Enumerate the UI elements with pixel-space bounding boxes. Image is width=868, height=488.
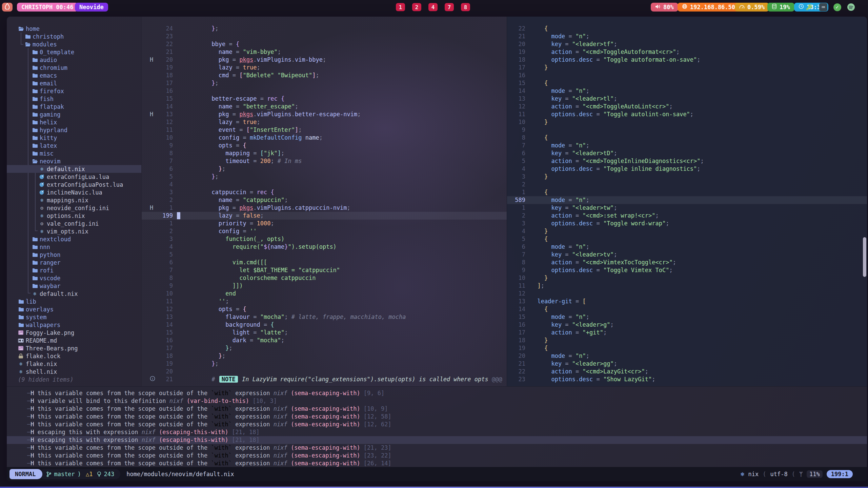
code-line[interactable]: 2 name = "catppuccin"; <box>142 196 507 204</box>
code-line[interactable]: 13 key = "<leader>tl"; <box>507 95 867 103</box>
tree-row[interactable]: python <box>7 251 141 259</box>
tree-row[interactable]: emacs <box>7 72 141 79</box>
code-line[interactable]: 8 action = "<cmd>VimtexTocToggle<cr>"; <box>507 259 867 266</box>
code-line[interactable]: 589 mode = "n"; <box>507 196 867 204</box>
code-line[interactable]: 11 event = ["InsertEnter"]; <box>142 126 507 134</box>
code-line[interactable]: 14 { <box>507 305 867 313</box>
code-line[interactable]: 17 }; <box>142 344 507 352</box>
tree-row[interactable]: inclineNavic.lua <box>7 188 141 196</box>
code-line[interactable]: 3 catppuccin = rec { <box>142 188 507 196</box>
tree-row[interactable]: system <box>7 313 141 321</box>
quickfix-row[interactable]: ─H this variable comes from the scope ou… <box>7 460 867 467</box>
code-line[interactable]: 7 mode = "n"; <box>507 142 867 149</box>
tree-row[interactable]: helix <box>7 118 141 126</box>
code-line[interactable]: 8 { <box>507 134 867 142</box>
code-line[interactable]: 23 options.desc = "Show LazyGit"; <box>507 375 867 383</box>
workspace-button-8[interactable]: 8 <box>461 3 470 11</box>
workspace-button-1[interactable]: 1 <box>396 3 405 11</box>
code-line[interactable]: 1 key = "<leader>tw"; <box>507 204 867 212</box>
code-line[interactable]: 4 require("${name}").setup(opts) <box>142 243 507 251</box>
code-line[interactable]: 4 <box>142 181 507 188</box>
code-line[interactable]: 1 priority = 1000; <box>142 220 507 227</box>
tree-row[interactable]: modules <box>7 40 141 48</box>
cpu-load-pill[interactable]: 0.59% <box>735 3 769 12</box>
code-line[interactable]: 11 ]; <box>507 282 867 290</box>
code-line[interactable]: 3 options.desc = "Toggle word-wrap"; <box>507 220 867 227</box>
code-line[interactable]: 20 key = "<leader>tf"; <box>507 40 867 48</box>
code-line[interactable]: 23 <box>142 33 507 40</box>
quickfix-row[interactable]: ─H this variable comes from the scope ou… <box>7 389 867 397</box>
tree-row[interactable]: flatpak <box>7 103 141 110</box>
tree-row[interactable]: overlays <box>7 305 141 313</box>
code-line[interactable]: 12 lazy = true; <box>142 118 507 126</box>
code-line[interactable]: 11 ''; <box>142 298 507 305</box>
tree-row[interactable]: vscode <box>7 274 141 282</box>
workspace-button-2[interactable]: 2 <box>412 3 421 11</box>
code-line[interactable]: 21 # NOTE In LazyVim require("clang_exte… <box>142 375 507 383</box>
code-line[interactable]: 19 action = "<cmd>ToggleAutoformat<cr>"; <box>507 48 867 56</box>
code-line[interactable]: 22 action = "<cmd>LazyGit<cr>"; <box>507 368 867 375</box>
tree-row[interactable]: kitty <box>7 134 141 142</box>
code-line[interactable]: 16 <box>507 72 867 79</box>
code-line[interactable]: 5 <box>142 251 507 259</box>
tree-row[interactable]: firefox <box>7 87 141 95</box>
code-line[interactable]: 15 better-escape = rec { <box>142 95 507 103</box>
tree-row[interactable]: 0_template <box>7 48 141 56</box>
code-line[interactable]: 20 mode = "n"; <box>507 352 867 360</box>
quickfix-row[interactable]: ─H escaping this with expression nixf (e… <box>7 428 867 436</box>
code-line[interactable]: 8 colorscheme catppuccin <box>142 274 507 282</box>
code-line[interactable]: 14 background = { <box>142 321 507 329</box>
code-line[interactable]: 18 }; <box>142 352 507 360</box>
code-line[interactable]: 10 } <box>507 118 867 126</box>
code-line[interactable]: 12 <box>507 290 867 298</box>
code-line[interactable]: 6 key = "<leader>tD"; <box>507 149 867 157</box>
code-line[interactable]: 9 opts = { <box>142 142 507 149</box>
tree-row[interactable]: email <box>7 79 141 87</box>
code-line[interactable]: 21 mode = "n"; <box>507 33 867 40</box>
code-line[interactable]: 3 } <box>507 173 867 181</box>
tree-row[interactable]: wallpapers <box>7 321 141 329</box>
tree-row[interactable]: chromium <box>7 64 141 72</box>
code-line[interactable]: 2 action = "<cmd>:set wrap!<cr>"; <box>507 212 867 220</box>
tree-row[interactable]: ❄vim_opts.nix <box>7 227 141 235</box>
quickfix-row[interactable]: ─H this variable comes from the scope ou… <box>7 405 867 413</box>
code-line[interactable]: 16 dark = "mocha"; <box>142 337 507 344</box>
code-line[interactable]: 17 }; <box>142 79 507 87</box>
quickfix-row[interactable]: ─H escaping this with expression nixf (e… <box>7 436 867 444</box>
code-line[interactable]: 14 mode = "n"; <box>507 87 867 95</box>
code-line[interactable]: 9 <box>507 126 867 134</box>
code-line[interactable]: 21 name = "vim-bbye"; <box>142 48 507 56</box>
code-line[interactable]: 19 }; <box>142 360 507 368</box>
code-line[interactable]: 9 options.desc = "Toggle Vimtex ToC"; <box>507 266 867 274</box>
code-line[interactable]: 1 { <box>507 188 867 196</box>
memory-pill[interactable]: 19% <box>767 3 794 12</box>
code-line[interactable]: 15 { <box>507 79 867 87</box>
code-line[interactable]: 18 } <box>507 337 867 344</box>
code-line[interactable]: 2 <box>507 181 867 188</box>
code-line[interactable]: 7 key = "<leader>tv"; <box>507 251 867 259</box>
tree-row[interactable]: ⚙neovide_config.ini <box>7 204 141 212</box>
code-line[interactable]: 6 vim.cmd([[ <box>142 259 507 266</box>
code-line[interactable]: 15 light = "latte"; <box>142 329 507 337</box>
code-line[interactable]: 9 ]]) <box>142 282 507 290</box>
keyboard-icon[interactable]: ⌨ <box>819 3 827 11</box>
workspace-button-4[interactable]: 4 <box>428 3 438 11</box>
code-line[interactable]: 3 function(_, opts) <box>142 235 507 243</box>
tree-row[interactable]: nextcloud <box>7 235 141 243</box>
code-line[interactable]: 15 mode = "n"; <box>507 313 867 321</box>
tree-row[interactable]: ❄default.nix <box>7 165 141 173</box>
code-line[interactable]: 19 lazy = true; <box>142 64 507 72</box>
user-clock-pill[interactable]: CHRISTOPH 00:46 <box>17 3 78 12</box>
quickfix-row[interactable]: ─H this variable comes from the scope ou… <box>7 421 867 428</box>
tree-row[interactable]: christoph <box>7 33 141 40</box>
quickfix-row[interactable]: ─H this variable comes from the scope ou… <box>7 444 867 452</box>
code-line[interactable]: 18 options.desc = "Toggle autoformat-on-… <box>507 56 867 64</box>
code-line[interactable]: 20 <box>142 368 507 375</box>
code-line[interactable]: 17 } <box>507 64 867 72</box>
check-icon[interactable]: ✓ <box>833 3 841 11</box>
code-line[interactable]: 24 }; <box>142 25 507 33</box>
tree-row[interactable]: ❄flake.nix <box>7 360 141 368</box>
code-line[interactable]: 4 } <box>507 227 867 235</box>
tree-row[interactable]: lib <box>7 298 141 305</box>
tree-row[interactable]: README.md <box>7 337 141 344</box>
